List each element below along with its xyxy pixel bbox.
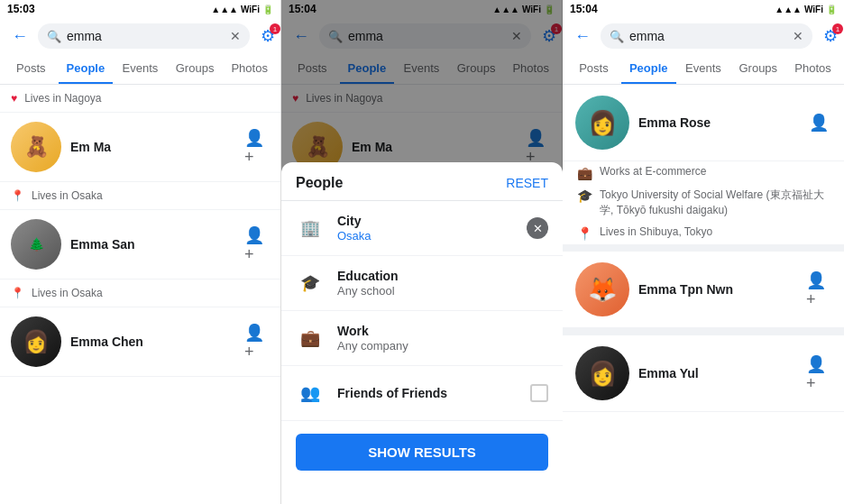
filter-sheet: People RESET 🏢 City Osaka ✕ 🎓 Education … <box>281 162 563 504</box>
battery-icon-right: 🔋 <box>826 5 837 14</box>
person-card-emmasan-left[interactable]: 🌲 Emma San 👤+ <box>0 210 280 279</box>
tab-people-right[interactable]: People <box>621 54 676 84</box>
search-icon-left: 🔍 <box>47 30 61 43</box>
tab-events-left[interactable]: Events <box>113 54 168 84</box>
clear-button-left[interactable]: ✕ <box>230 29 241 43</box>
filter-button-left[interactable]: ⚙ 1 <box>255 23 280 49</box>
left-panel: 15:03 ▲▲▲ WiFi 🔋 ← 🔍 ✕ ⚙ 1 Posts People … <box>0 0 281 504</box>
filter-button-right[interactable]: ⚙ 1 <box>818 23 843 49</box>
person-info-emmayul: Emma Yul <box>638 366 797 380</box>
work-row-emmarose: 💼 Works at E-commerce <box>563 161 844 184</box>
overlay-top[interactable] <box>281 0 563 162</box>
tab-posts-left[interactable]: Posts <box>4 54 59 84</box>
filter-education[interactable]: 🎓 Education Any school <box>281 256 563 311</box>
person-info-emmarose: Emma Rose <box>638 115 797 130</box>
emma-tpn-section: 🦊 Emma Tpn Nwn 👤+ <box>563 252 844 335</box>
filter-education-value: Any school <box>337 284 548 298</box>
location-text-2: Lives in Osaka <box>32 287 103 299</box>
filter-education-label: Education <box>337 269 548 283</box>
person-card-emma-left[interactable]: 🧸 Em Ma 👤+ <box>0 113 280 182</box>
edu-text-emmarose: Tokyo University of Social Welfare (東京福祉… <box>600 188 831 218</box>
filter-city-remove[interactable]: ✕ <box>527 217 548 239</box>
clear-button-right[interactable]: ✕ <box>793 29 803 43</box>
tabs-right: Posts People Events Groups Photos <box>563 54 844 85</box>
status-icons-left: ▲▲▲ WiFi 🔋 <box>211 5 273 14</box>
filter-city-value: Osaka <box>337 229 514 243</box>
search-input-right[interactable] <box>629 29 787 43</box>
friends-icon: 👥 <box>296 379 325 408</box>
edu-icon-emmarose: 🎓 <box>577 188 592 203</box>
filter-friends[interactable]: 👥 Friends of Friends <box>281 366 563 421</box>
filter-city[interactable]: 🏢 City Osaka ✕ <box>281 201 563 256</box>
person-card-emmayul[interactable]: 👩 Emma Yul 👤+ <box>563 335 844 412</box>
tab-photos-right[interactable]: Photos <box>785 54 840 84</box>
battery-icon: 🔋 <box>262 5 273 14</box>
city-icon: 🏢 <box>296 214 325 243</box>
add-friend-emmarose[interactable]: 👤 <box>806 110 831 135</box>
filter-overlay: People RESET 🏢 City Osaka ✕ 🎓 Education … <box>281 0 563 504</box>
add-friend-emma-left[interactable]: 👤+ <box>244 134 270 160</box>
time-right: 15:04 <box>570 3 598 15</box>
status-icons-right: ▲▲▲ WiFi 🔋 <box>775 5 837 14</box>
search-bar-right: ← 🔍 ✕ ⚙ 1 <box>563 18 844 54</box>
friends-checkbox[interactable] <box>530 384 548 402</box>
tab-groups-left[interactable]: Groups <box>168 54 223 84</box>
location-osaka-1: 📍 Lives in Osaka <box>0 182 280 210</box>
filter-friends-info: Friends of Friends <box>337 386 518 400</box>
avatar-emmayul: 👩 <box>575 346 629 400</box>
tab-people-left[interactable]: People <box>59 54 114 84</box>
right-panel: 15:04 ▲▲▲ WiFi 🔋 ← 🔍 ✕ ⚙ 1 Posts People … <box>563 0 844 504</box>
emma-yul-section: 👩 Emma Yul 👤+ <box>563 335 844 412</box>
avatar-emmasan-left: 🌲 <box>11 219 61 270</box>
person-info-emmatpn: Emma Tpn Nwn <box>638 282 797 297</box>
back-button-right[interactable]: ← <box>570 23 595 49</box>
tab-events-right[interactable]: Events <box>676 54 731 84</box>
search-wrap-right: 🔍 ✕ <box>601 23 812 49</box>
add-friend-emmatpn[interactable]: 👤+ <box>806 277 831 302</box>
person-card-emmachen-left[interactable]: 👩 Emma Chen 👤+ <box>0 307 280 377</box>
filter-title: People <box>296 175 343 191</box>
loc-row-emmarose: 📍 Lives in Shibuya, Tokyo <box>563 222 844 244</box>
person-card-emmatpn[interactable]: 🦊 Emma Tpn Nwn 👤+ <box>563 252 844 328</box>
wifi-icon: WiFi <box>241 5 260 14</box>
show-results-button[interactable]: SHOW RESULTS <box>296 434 548 471</box>
filter-work[interactable]: 💼 Work Any company <box>281 311 563 366</box>
tab-groups-right[interactable]: Groups <box>730 54 785 84</box>
badge-left: 1 <box>270 23 280 34</box>
middle-panel-container: 15:04 ▲▲▲ WiFi 🔋 ← 🔍 ✕ ⚙ 1 Posts People … <box>281 0 563 504</box>
location-text: Lives in Nagoya <box>24 92 101 105</box>
filter-city-label: City <box>337 214 514 228</box>
location-osaka-2: 📍 Lives in Osaka <box>0 279 280 307</box>
reset-button[interactable]: RESET <box>506 176 548 190</box>
loc-icon-emmarose: 📍 <box>577 226 592 241</box>
panel-content-right: 👩 Emma Rose 👤 💼 Works at E-commerce 🎓 To… <box>563 85 844 504</box>
avatar-emmatpn: 🦊 <box>575 262 629 316</box>
add-friend-emmachen-left[interactable]: 👤+ <box>244 329 270 354</box>
wifi-icon-right: WiFi <box>804 5 823 14</box>
person-info-emmasan-left: Emma San <box>70 237 235 252</box>
avatar-emmarose: 👩 <box>575 96 629 150</box>
person-info-emma-left: Em Ma <box>70 140 235 154</box>
filter-work-label: Work <box>337 324 548 338</box>
filter-header: People RESET <box>281 162 563 201</box>
add-friend-emmayul[interactable]: 👤+ <box>806 361 831 386</box>
status-bar-right: 15:04 ▲▲▲ WiFi 🔋 <box>563 0 844 18</box>
search-input-left[interactable] <box>67 29 225 43</box>
person-info-emmachen-left: Emma Chen <box>70 334 235 349</box>
location-icon-2: 📍 <box>11 287 24 299</box>
person-name-emmasan-left: Emma San <box>70 237 235 252</box>
back-button-left[interactable]: ← <box>7 23 32 49</box>
tab-photos-left[interactable]: Photos <box>222 54 277 84</box>
tab-posts-right[interactable]: Posts <box>566 54 621 84</box>
tabs-left: Posts People Events Groups Photos <box>0 54 280 85</box>
status-bar-left: 15:03 ▲▲▲ WiFi 🔋 <box>0 0 280 18</box>
filter-work-info: Work Any company <box>337 324 548 353</box>
add-friend-emmasan-left[interactable]: 👤+ <box>244 232 270 257</box>
filter-city-info: City Osaka <box>337 214 514 243</box>
location-icon-1: 📍 <box>11 189 24 202</box>
person-name-emma-left: Em Ma <box>70 140 235 154</box>
avatar-emma-left: 🧸 <box>11 122 61 172</box>
person-card-emmarose[interactable]: 👩 Emma Rose 👤 <box>563 85 844 161</box>
badge-right: 1 <box>832 23 843 34</box>
search-icon-right: 🔍 <box>610 30 624 43</box>
